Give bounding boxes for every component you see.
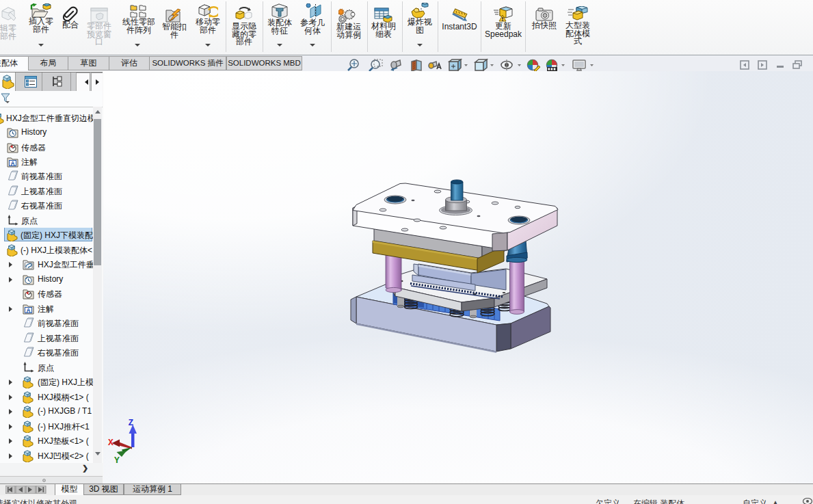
svg-text:X: X — [108, 438, 114, 448]
svg-text:Z: Z — [129, 418, 134, 428]
svg-text:A: A — [26, 306, 30, 313]
svg-text:A: A — [10, 159, 14, 166]
svg-text:Y: Y — [114, 455, 120, 466]
